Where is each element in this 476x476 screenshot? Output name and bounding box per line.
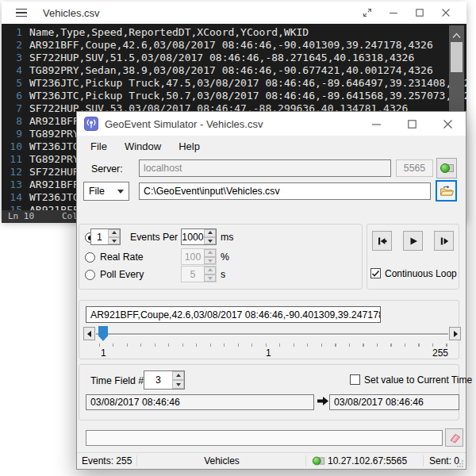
line-number: 3 xyxy=(2,52,22,64)
interval-unit-label: ms xyxy=(221,232,233,243)
time-from-field[interactable]: 03/08/2017 08:46:46 xyxy=(86,394,314,410)
time-to-field[interactable]: 03/08/2017 08:46:46 xyxy=(329,394,459,410)
line-text[interactable]: SF722HUP,SUV,51.5,03/08/2017 08:46:46,-8… xyxy=(29,52,414,64)
progress-output-bar xyxy=(86,430,443,446)
line-text[interactable]: TG892PRY,Sedan,38.9,03/08/2017 08:46:46,… xyxy=(29,64,433,77)
step-forward-button[interactable] xyxy=(434,231,454,251)
clear-button[interactable] xyxy=(445,428,463,447)
eraser-icon xyxy=(448,432,461,443)
spin-up-icon xyxy=(204,267,216,274)
cursor-line-indicator: Ln 10 xyxy=(8,210,34,223)
spin-down-icon[interactable] xyxy=(108,237,120,245)
line-text[interactable]: SF722HUP xyxy=(29,166,79,178)
line-number: 9 xyxy=(2,128,22,140)
arrow-left-icon xyxy=(84,331,91,337)
events-count-spinner[interactable]: 1 xyxy=(90,228,121,245)
editor-line[interactable]: 1Name,Type,Speed,ReportedDT,XCoord,YCoor… xyxy=(2,26,466,39)
spin-up-icon[interactable] xyxy=(204,229,216,237)
maximize-icon[interactable] xyxy=(406,2,432,24)
line-number: 14 xyxy=(2,191,22,204)
events-count-status: Events: 255 xyxy=(82,455,132,466)
geoevent-simulator-window: GeoEvent Simulator - Vehicles.csv File W… xyxy=(76,111,466,470)
line-number: 13 xyxy=(2,178,22,191)
connect-button[interactable] xyxy=(436,158,457,178)
editor-line[interactable]: 5WT236JTC,Pickup Truck,47.5,03/08/2017 0… xyxy=(2,77,466,90)
browse-file-button[interactable] xyxy=(436,180,457,202)
real-rate-radio[interactable] xyxy=(85,252,95,263)
spin-up-icon[interactable] xyxy=(172,371,184,380)
current-event-field[interactable]: AR921BFF,Coupe,42.6,03/08/2017 08:46:46,… xyxy=(86,306,381,323)
editor-line[interactable]: 6WT236JTC,Pickup Truck,50.7,03/08/2017 0… xyxy=(2,90,466,102)
slider-right-button[interactable] xyxy=(449,327,461,340)
editor-line[interactable]: 4TG892PRY,Sedan,38.9,03/08/2017 08:46:46… xyxy=(2,64,466,77)
slider-left-button[interactable] xyxy=(83,327,95,340)
continuous-loop-checkbox[interactable] xyxy=(370,268,381,278)
hamburger-menu-icon[interactable] xyxy=(16,9,27,17)
separator xyxy=(423,455,424,466)
editor-line[interactable]: 3SF722HUP,SUV,51.5,03/08/2017 08:46:46,-… xyxy=(2,52,466,64)
continuous-loop-label: Continuous Loop xyxy=(385,268,457,279)
spin-down-icon[interactable] xyxy=(204,237,216,245)
arrow-right-icon xyxy=(317,396,329,406)
poll-every-radio[interactable] xyxy=(85,270,95,280)
time-field-spinner[interactable]: 3 xyxy=(144,370,185,390)
spin-down-icon[interactable] xyxy=(172,380,184,389)
slider-position-label: 1 xyxy=(266,347,271,359)
separator xyxy=(136,455,137,466)
line-text[interactable]: WT236JTC xyxy=(29,191,79,204)
geoevent-app-icon xyxy=(84,117,98,131)
cursor-col-indicator: Col xyxy=(62,210,78,223)
line-number: 4 xyxy=(2,64,22,77)
menu-window[interactable]: Window xyxy=(116,138,170,155)
arrow-right-icon xyxy=(454,331,461,337)
minimize-icon[interactable] xyxy=(359,112,394,136)
line-number: 1 xyxy=(2,26,22,39)
line-text[interactable]: TG892PRY xyxy=(29,128,79,140)
maximize-icon[interactable] xyxy=(394,112,430,136)
line-number: 6 xyxy=(2,90,22,102)
interval-spinner[interactable]: 1000 xyxy=(181,228,217,245)
line-text[interactable]: AR921BFF xyxy=(29,115,79,128)
editor-line[interactable]: 2AR921BFF,Coupe,42.6,03/08/2017 08:46:46… xyxy=(2,39,466,52)
scrollbar-thumb[interactable] xyxy=(451,42,463,72)
separator xyxy=(305,455,306,466)
file-path-field[interactable]: C:\GeoEvent\input\Vehicles.csv xyxy=(139,182,431,200)
spin-up-icon[interactable] xyxy=(108,229,120,237)
event-slider-track[interactable] xyxy=(96,333,448,336)
line-number: 5 xyxy=(2,77,22,90)
set-current-time-checkbox[interactable] xyxy=(350,374,360,385)
line-text[interactable]: AR921BFF xyxy=(29,178,79,191)
menu-file[interactable]: File xyxy=(82,138,116,155)
menu-help[interactable]: Help xyxy=(170,138,209,155)
minimize-icon[interactable] xyxy=(380,2,406,24)
resize-grip[interactable] xyxy=(456,459,464,467)
server-label: Server: xyxy=(91,163,123,175)
simulator-window-title: GeoEvent Simulator - Vehicles.csv xyxy=(105,118,263,130)
line-number: 15 xyxy=(2,204,22,210)
time-field-label: Time Field # xyxy=(90,375,144,386)
scroll-up-icon[interactable] xyxy=(449,25,464,42)
menubar: File Window Help xyxy=(77,136,466,156)
slider-min-label: 1 xyxy=(101,347,106,359)
line-text[interactable]: AR921BFF,Coupe,42.6,03/08/2017 08:46:46,… xyxy=(29,39,433,52)
line-number: 10 xyxy=(2,140,22,153)
source-type-value: File xyxy=(89,186,105,197)
play-button[interactable] xyxy=(403,231,423,251)
line-text[interactable]: WT236JTC,Pickup Truck,47.5,03/08/2017 08… xyxy=(29,77,466,90)
editor-titlebar[interactable]: Vehicles.csv xyxy=(2,2,466,24)
simulator-titlebar[interactable]: GeoEvent Simulator - Vehicles.csv xyxy=(77,112,466,136)
poll-unit-label: s xyxy=(221,269,225,280)
close-icon[interactable] xyxy=(430,112,466,136)
line-text[interactable]: WT236JTC xyxy=(29,140,79,153)
events-per-label: Events Per xyxy=(130,232,178,243)
time-groupbox xyxy=(79,364,459,420)
line-text[interactable]: Name,Type,Speed,ReportedDT,XCoord,YCoord… xyxy=(29,26,309,39)
fullscreen-icon[interactable] xyxy=(354,2,380,24)
line-text[interactable]: WT236JTC,Pickup Truck,50.7,03/08/2017 08… xyxy=(29,90,466,102)
line-text[interactable]: AR921BFF xyxy=(29,204,79,210)
skip-to-start-button[interactable] xyxy=(372,231,392,251)
close-icon[interactable] xyxy=(432,2,459,24)
line-text[interactable]: TG892PRY xyxy=(29,153,79,166)
feed-name-status: Vehicles xyxy=(180,455,263,466)
source-type-dropdown[interactable]: File xyxy=(83,182,129,201)
